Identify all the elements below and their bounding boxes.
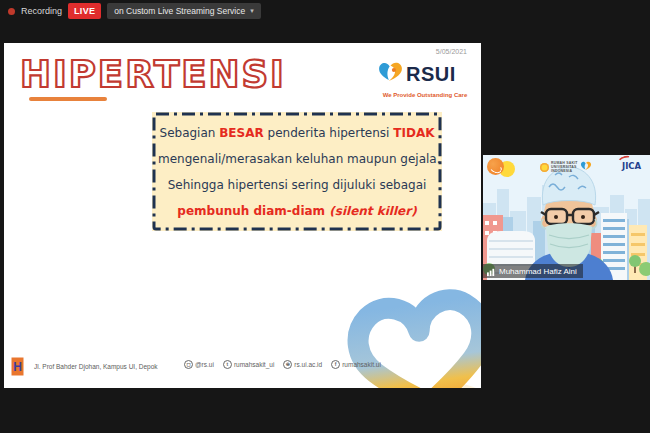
recording-dot-icon <box>8 8 15 15</box>
rsui-heart-icon <box>580 158 592 176</box>
rsui-wordmark: RSUI <box>406 63 456 86</box>
social-label: @rs.ui <box>195 361 214 368</box>
social-facebook: f rumahsakit.ui <box>331 360 381 369</box>
highlight-tidak: TIDAK <box>393 126 434 140</box>
slide-title: HIPERTENSI <box>20 53 286 96</box>
rsui-heart-icon <box>377 59 404 90</box>
live-badge: LIVE <box>68 3 101 19</box>
rsui-logo: RSUI We Provide Outstanding Care <box>377 59 473 98</box>
participant-name: Muhammad Hafiz Aini <box>499 267 577 276</box>
hospital-logo-group: RUMAH SAKIT UNIVERSITAS INDONESIA <box>540 158 592 176</box>
signal-icon <box>487 267 496 276</box>
globe-icon: ⊕ <box>283 360 292 369</box>
shared-slide: HIPERTENSI 5/05/2021 RSUI We Provide Out… <box>4 43 481 388</box>
rsui-tagline: We Provide Outstanding Care <box>377 92 473 98</box>
ui-makara-icon <box>540 163 549 172</box>
social-label: rumahsakit_ui <box>234 361 274 368</box>
callout-line-1: Sebagian BESAR penderita hipertensi TIDA… <box>158 120 436 146</box>
facebook-icon: f <box>331 360 340 369</box>
callout-line-3: Sehingga hipertensi sering dijuluki seba… <box>158 172 436 198</box>
participant-video-tile[interactable]: RUMAH SAKIT UNIVERSITAS INDONESIA JICA M… <box>483 155 650 280</box>
stream-service-label: on Custom Live Streaming Service <box>114 6 245 16</box>
meeting-window: Recording LIVE on Custom Live Streaming … <box>0 0 650 433</box>
meeting-topbar: Recording LIVE on Custom Live Streaming … <box>0 0 650 22</box>
recording-label: Recording <box>21 6 62 16</box>
heart-graphic <box>325 264 481 388</box>
jica-wordmark: JICA <box>622 161 641 171</box>
stream-service-dropdown[interactable]: on Custom Live Streaming Service ▾ <box>107 3 260 19</box>
chevron-down-icon: ▾ <box>250 7 254 15</box>
social-label: rs.ui.ac.id <box>294 361 322 368</box>
callout-line-2: mengenali/merasakan keluhan maupun gejal… <box>158 146 436 172</box>
title-underline <box>29 97 107 101</box>
callout-box: Sebagian BESAR penderita hipertensi TIDA… <box>152 112 442 231</box>
highlight-besar: BESAR <box>219 126 264 140</box>
hospital-h-badge: H <box>10 356 25 377</box>
social-instagram: ◻ @rs.ui <box>184 360 214 369</box>
instagram-icon: ◻ <box>184 360 193 369</box>
silent-killer-label: (silent killer) <box>329 204 416 218</box>
hospital-address: Jl. Prof Bahder Djohan, Kampus UI, Depok <box>34 363 158 370</box>
participant-name-bar: Muhammad Hafiz Aini <box>483 264 583 278</box>
twitter-icon: t <box>223 360 232 369</box>
social-website: ⊕ rs.ui.ac.id <box>283 360 322 369</box>
callout-line-4: pembunuh diam-diam (silent killer) <box>158 198 436 224</box>
social-label: rumahsakit.ui <box>342 361 381 368</box>
social-row: ◻ @rs.ui t rumahsakit_ui ⊕ rs.ui.ac.id f… <box>184 360 381 369</box>
social-twitter: t rumahsakit_ui <box>223 360 274 369</box>
hospital-name-lines: RUMAH SAKIT UNIVERSITAS INDONESIA <box>551 161 578 173</box>
slide-date: 5/05/2021 <box>436 48 467 55</box>
jica-logo: JICA <box>620 159 646 172</box>
org-badge-icon <box>487 158 504 175</box>
